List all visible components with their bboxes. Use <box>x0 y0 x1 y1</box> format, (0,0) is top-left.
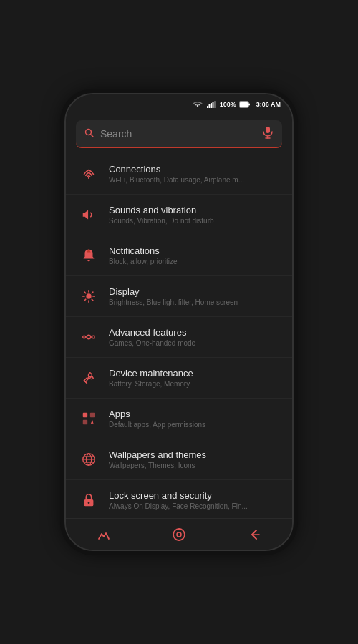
lockscreen-icon-wrap <box>76 487 102 513</box>
svg-rect-3 <box>212 102 213 108</box>
svg-rect-7 <box>248 104 250 106</box>
connections-subtitle: Wi-Fi, Bluetooth, Data usage, Airplane m… <box>109 176 282 184</box>
wifi-status-icon <box>193 101 203 108</box>
apps-subtitle: Default apps, App permissions <box>109 421 282 429</box>
search-container: Search <box>66 114 292 154</box>
nav-home-button[interactable] <box>165 520 193 549</box>
lockscreen-subtitle: Always On Display, Face Recognition, Fin… <box>109 502 282 510</box>
advanced-icon-wrap <box>76 324 102 350</box>
wallpapers-text: Wallpapers and themes Wallpapers, Themes… <box>109 449 282 469</box>
settings-item-apps[interactable]: Apps Default apps, App permissions <box>66 399 292 439</box>
maintenance-icon <box>81 370 97 386</box>
maintenance-icon-wrap <box>76 365 102 391</box>
svg-rect-30 <box>83 413 87 417</box>
back-icon <box>247 529 261 540</box>
svg-point-25 <box>83 336 86 338</box>
settings-item-notifications[interactable]: Notifications Block, allow, prioritize <box>66 235 292 276</box>
connections-icon-wrap <box>76 161 102 187</box>
maintenance-title: Device maintenance <box>109 368 282 379</box>
svg-point-26 <box>92 336 95 338</box>
svg-point-13 <box>88 177 90 179</box>
advanced-text: Advanced features Games, One-handed mode <box>109 327 282 347</box>
connections-text: Connections Wi-Fi, Bluetooth, Data usage… <box>109 164 282 184</box>
connections-title: Connections <box>109 164 282 175</box>
battery-status-icon <box>239 101 251 108</box>
notifications-text: Notifications Block, allow, prioritize <box>109 245 282 265</box>
svg-rect-1 <box>208 104 210 108</box>
connections-icon <box>81 166 97 182</box>
settings-item-display[interactable]: Display Brightness, Blue light filter, H… <box>66 276 292 317</box>
settings-item-lockscreen[interactable]: Lock screen and security Always On Displ… <box>66 480 292 518</box>
svg-point-39 <box>173 529 185 540</box>
lockscreen-icon <box>81 492 97 508</box>
svg-rect-32 <box>83 420 87 424</box>
settings-item-sounds[interactable]: Sounds and vibration Sounds, Vibration, … <box>66 195 292 235</box>
status-right: 100% 3:06 AM <box>193 101 281 108</box>
wallpapers-title: Wallpapers and themes <box>109 449 282 460</box>
lockscreen-text: Lock screen and security Always On Displ… <box>109 490 282 510</box>
svg-line-20 <box>84 292 86 293</box>
maintenance-subtitle: Battery, Storage, Memory <box>109 380 282 388</box>
lockscreen-title: Lock screen and security <box>109 490 282 501</box>
screen: 100% 3:06 AM Search <box>66 94 292 550</box>
wallpapers-subtitle: Wallpapers, Themes, Icons <box>109 462 282 469</box>
sounds-text: Sounds and vibration Sounds, Vibration, … <box>109 205 282 225</box>
svg-rect-6 <box>240 102 248 107</box>
display-icon <box>81 288 97 304</box>
notifications-subtitle: Block, allow, prioritize <box>109 258 282 265</box>
svg-rect-31 <box>90 413 95 417</box>
settings-item-advanced[interactable]: Advanced features Games, One-handed mode <box>66 317 292 358</box>
wallpapers-icon-wrap <box>76 447 102 472</box>
bottom-navigation <box>66 518 292 550</box>
recent-icon <box>97 529 111 540</box>
svg-rect-4 <box>214 101 216 108</box>
svg-point-15 <box>86 293 91 298</box>
apps-icon <box>81 411 97 426</box>
apps-text: Apps Default apps, App permissions <box>109 409 282 429</box>
display-title: Display <box>109 286 282 297</box>
apps-title: Apps <box>109 409 282 419</box>
battery-percent: 100% <box>220 101 236 108</box>
advanced-icon <box>81 329 97 345</box>
settings-item-wallpapers[interactable]: Wallpapers and themes Wallpapers, Themes… <box>66 439 292 480</box>
phone-frame: 100% 3:06 AM Search <box>64 93 294 551</box>
sounds-subtitle: Sounds, Vibration, Do not disturb <box>109 217 282 225</box>
svg-point-24 <box>87 335 91 339</box>
status-bar: 100% 3:06 AM <box>66 94 292 114</box>
svg-line-21 <box>92 299 93 301</box>
apps-icon-wrap <box>76 406 102 431</box>
svg-line-22 <box>92 292 93 293</box>
signal-status-icon <box>207 101 216 108</box>
nav-recent-button[interactable] <box>90 520 118 549</box>
time-display: 3:06 AM <box>256 101 281 108</box>
svg-rect-2 <box>211 103 212 108</box>
display-icon-wrap <box>76 283 102 309</box>
notifications-icon-wrap <box>76 243 102 268</box>
display-subtitle: Brightness, Blue light filter, Home scre… <box>109 298 282 306</box>
settings-item-maintenance[interactable]: Device maintenance Battery, Storage, Mem… <box>66 358 292 399</box>
display-text: Display Brightness, Blue light filter, H… <box>109 286 282 306</box>
sounds-title: Sounds and vibration <box>109 205 282 215</box>
wallpapers-icon <box>81 452 97 467</box>
svg-rect-0 <box>207 106 208 108</box>
svg-point-40 <box>177 532 181 537</box>
power-button <box>292 180 294 216</box>
nav-back-button[interactable] <box>240 520 268 549</box>
svg-point-38 <box>88 502 90 504</box>
sounds-icon-wrap <box>76 202 102 228</box>
sounds-icon <box>81 207 97 223</box>
svg-line-9 <box>91 134 94 137</box>
svg-rect-10 <box>266 127 270 133</box>
mic-icon[interactable] <box>262 126 274 142</box>
notifications-icon <box>81 248 97 263</box>
search-bar[interactable]: Search <box>76 120 282 148</box>
notifications-title: Notifications <box>109 245 282 256</box>
search-icon <box>84 128 95 140</box>
home-icon <box>172 527 186 542</box>
svg-line-23 <box>84 299 86 301</box>
maintenance-text: Device maintenance Battery, Storage, Mem… <box>109 368 282 388</box>
advanced-subtitle: Games, One-handed mode <box>109 339 282 347</box>
settings-list: Connections Wi-Fi, Bluetooth, Data usage… <box>66 154 292 518</box>
advanced-title: Advanced features <box>109 327 282 338</box>
settings-item-connections[interactable]: Connections Wi-Fi, Bluetooth, Data usage… <box>66 154 292 195</box>
